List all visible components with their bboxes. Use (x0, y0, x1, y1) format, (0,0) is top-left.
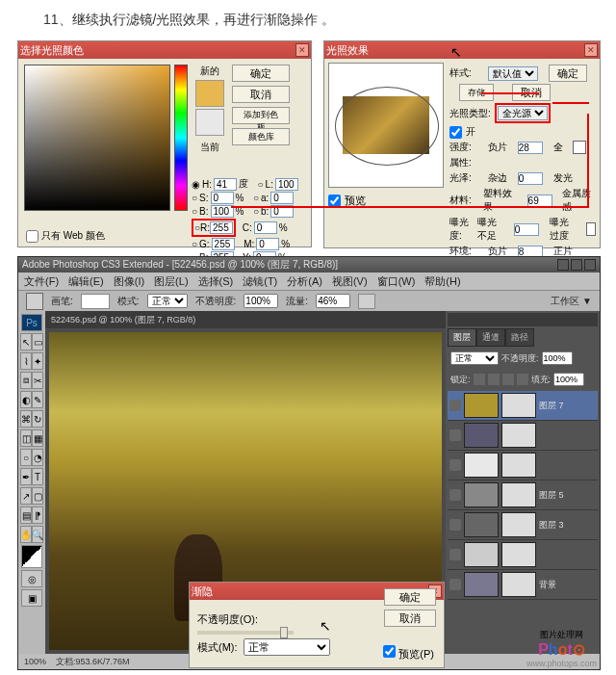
ok-button[interactable]: 确定 (232, 65, 290, 82)
maximize-icon[interactable] (571, 259, 582, 271)
layer-row[interactable]: 图层 7 (448, 391, 598, 421)
shape-tool[interactable]: ▢ (32, 487, 43, 505)
menu-item[interactable]: 图像(I) (114, 274, 144, 289)
layer-mask-thumbnail[interactable] (501, 572, 536, 597)
lock-position-icon[interactable] (502, 374, 514, 385)
close-icon[interactable] (584, 259, 596, 271)
visibility-icon[interactable] (449, 489, 461, 501)
minimize-icon[interactable] (557, 259, 569, 271)
pen-tool[interactable]: ✒ (20, 468, 32, 485)
slider-thumb[interactable] (280, 627, 288, 638)
h-input[interactable] (214, 178, 237, 191)
panel-tab[interactable]: 通道 (476, 328, 505, 347)
layer-thumbnail[interactable] (464, 453, 499, 478)
menu-item[interactable]: 滤镜(T) (243, 274, 277, 289)
blend-mode-select[interactable]: 正常 (147, 294, 188, 308)
menu-item[interactable]: 窗口(W) (377, 274, 416, 289)
menu-item[interactable]: 选择(S) (198, 274, 234, 289)
flow-input[interactable] (316, 294, 350, 308)
layer-mask-thumbnail[interactable] (501, 512, 536, 537)
light-ellipse[interactable] (335, 87, 439, 166)
menu-item[interactable]: 帮助(H) (424, 274, 460, 289)
exposure-input[interactable] (514, 223, 539, 236)
zoom-tool[interactable]: 🔍 (32, 526, 43, 543)
layer-name[interactable]: 图层 3 (539, 519, 564, 532)
layer-row[interactable]: 背景 (448, 570, 598, 600)
fade-slider[interactable] (197, 631, 294, 635)
zoom-level[interactable]: 100% (24, 657, 46, 666)
dodge-tool[interactable]: ◔ (32, 449, 43, 466)
layer-opacity-input[interactable] (542, 351, 573, 365)
layer-row[interactable] (448, 540, 598, 570)
l-input[interactable] (275, 178, 298, 191)
panel-tab[interactable]: 图层 (448, 328, 476, 347)
layer-name[interactable]: 背景 (539, 579, 556, 591)
brush-tool[interactable]: ✎ (32, 391, 43, 408)
layer-row[interactable]: 图层 3 (448, 510, 598, 540)
light-color-swatch[interactable] (573, 141, 586, 154)
layer-mask-thumbnail[interactable] (501, 482, 536, 507)
brush-tool-icon[interactable] (26, 293, 43, 310)
blur-tool[interactable]: ○ (20, 449, 32, 466)
screen-mode-icon[interactable]: ▣ (21, 589, 42, 607)
layer-mask-thumbnail[interactable] (501, 423, 536, 448)
move-tool[interactable]: ↖ (20, 333, 32, 350)
fade-ok-button[interactable]: 确定 (384, 588, 436, 606)
layer-thumbnail[interactable] (464, 512, 499, 537)
visibility-icon[interactable] (449, 549, 461, 560)
lock-transparent-icon[interactable] (474, 374, 485, 385)
a-input[interactable] (270, 192, 294, 204)
layer-mask-thumbnail[interactable] (501, 453, 536, 478)
wand-tool[interactable]: ✦ (32, 352, 43, 370)
close-icon[interactable]: ✕ (295, 43, 309, 57)
layer-mask-thumbnail[interactable] (501, 542, 536, 567)
layer-thumbnail[interactable] (464, 542, 499, 567)
close-icon[interactable]: ✕ (584, 43, 598, 57)
crop-tool[interactable]: ⧈ (20, 372, 32, 389)
layer-thumbnail[interactable] (464, 572, 499, 597)
layer-row[interactable] (448, 421, 598, 451)
heal-tool[interactable]: ◐ (20, 391, 32, 408)
history-brush-tool[interactable]: ↻ (32, 410, 43, 428)
m-input[interactable] (256, 238, 279, 250)
cancel-button[interactable]: 取消 (232, 86, 290, 103)
menu-item[interactable]: 图层(L) (154, 274, 188, 289)
web-only-checkbox[interactable] (26, 230, 38, 243)
lighting-ok-button[interactable]: 确定 (549, 65, 587, 82)
eraser-tool[interactable]: ◫ (20, 429, 32, 447)
visibility-icon[interactable] (449, 429, 461, 441)
layer-thumbnail[interactable] (464, 482, 499, 507)
visibility-icon[interactable] (449, 400, 461, 411)
panel-tab[interactable]: 路径 (505, 328, 534, 347)
menu-item[interactable]: 视图(V) (332, 274, 368, 289)
visibility-icon[interactable] (449, 519, 461, 531)
opacity-input[interactable] (244, 294, 278, 308)
marquee-tool[interactable]: ▭ (32, 333, 43, 350)
layer-blend-select[interactable]: 正常 (450, 351, 499, 365)
fade-cancel-button[interactable]: 取消 (384, 610, 436, 627)
lighting-preview[interactable] (328, 63, 444, 188)
lock-pixels-icon[interactable] (488, 374, 500, 385)
airbrush-icon[interactable] (358, 294, 375, 309)
current-color-swatch[interactable] (195, 109, 224, 136)
s-input[interactable] (211, 192, 234, 204)
material-input[interactable] (527, 195, 552, 207)
lasso-tool[interactable]: ⌇ (20, 352, 32, 370)
layer-row[interactable]: 图层 5 (448, 480, 598, 510)
visibility-icon[interactable] (449, 579, 461, 590)
intensity-input[interactable] (518, 142, 543, 154)
layer-row[interactable] (448, 451, 598, 480)
menu-item[interactable]: 分析(A) (287, 274, 322, 289)
layer-mask-thumbnail[interactable] (501, 393, 536, 418)
light-on-checkbox[interactable] (449, 126, 462, 139)
layer-thumbnail[interactable] (464, 393, 499, 418)
layer-thumbnail[interactable] (464, 423, 499, 448)
notes-tool[interactable]: ▤ (20, 506, 32, 524)
r-input[interactable] (210, 221, 233, 234)
layer-name[interactable]: 图层 5 (539, 489, 564, 502)
eyedropper-tool[interactable]: ⁋ (32, 506, 43, 524)
layer-fill-input[interactable] (553, 373, 584, 386)
style-select[interactable]: 默认值 (488, 66, 538, 81)
layer-name[interactable]: 图层 7 (539, 400, 564, 412)
hand-tool[interactable]: ✋ (20, 526, 32, 543)
